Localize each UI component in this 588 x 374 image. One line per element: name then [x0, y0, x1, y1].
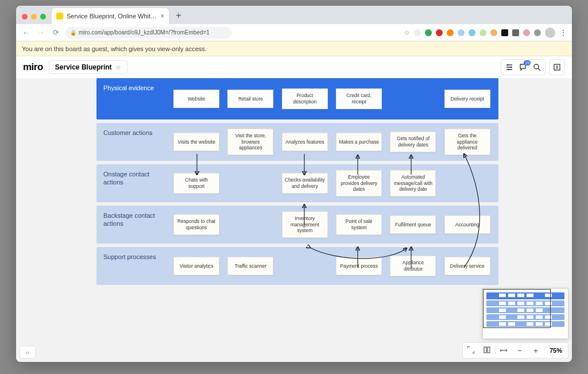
sticky-note[interactable]: Point of sale system: [336, 214, 382, 234]
card-slot: Automated message/call with delivery dat…: [388, 170, 438, 196]
row-cards: WebsiteRetail storeProduct descriptionCr…: [171, 78, 493, 119]
maximize-window-icon[interactable]: [40, 14, 46, 20]
url-input[interactable]: 🔒 miro.com/app/board/o9J_kzdIJ0M=/?fromE…: [65, 27, 232, 38]
card-slot: Credit card, receipt: [334, 88, 384, 109]
browser-tab-miro[interactable]: Service Blueprint, Online Whit… ×: [52, 8, 169, 24]
card-slot: Accounting: [442, 215, 493, 234]
sticky-note[interactable]: Accounting: [444, 215, 490, 234]
miro-appbar: miro Service Blueprint ☆ 19: [16, 56, 572, 78]
ext-icon[interactable]: [458, 29, 465, 36]
guest-banner-text: You are on this board as guest, which gi…: [22, 45, 207, 52]
browser-addressbar: ← → ⟳ 🔒 miro.com/app/board/o9J_kzdIJ0M=/…: [16, 24, 572, 41]
favorite-icon[interactable]: ☆: [115, 64, 121, 71]
ext-icon[interactable]: [501, 29, 508, 36]
row-label: Customer actions: [103, 129, 153, 137]
card-slot: Gets notified of delivery dates: [388, 132, 438, 152]
sticky-note[interactable]: Analyzes features: [282, 133, 328, 151]
sticky-note[interactable]: Delivery receipt: [444, 90, 490, 108]
card-slot: Chats with support: [171, 173, 222, 193]
sticky-note[interactable]: Responds to chat questions: [173, 214, 219, 234]
row-label: Support processes: [103, 253, 156, 261]
zoom-out-button[interactable]: −: [512, 346, 528, 355]
sticky-note[interactable]: Traffic scanner: [227, 257, 273, 275]
sticky-note[interactable]: Makes a purchase: [336, 133, 382, 151]
close-tab-icon[interactable]: ×: [160, 12, 164, 20]
zoom-toolbar: − + 75%: [462, 342, 568, 358]
board-title[interactable]: Service Blueprint ☆: [49, 60, 127, 74]
row-cards: Visits the websiteVisit the store, brows…: [171, 123, 493, 161]
card-slot: Makes a purchase: [334, 133, 384, 151]
ext-icon[interactable]: [425, 29, 432, 36]
row-onstage: Onstage contact actionsChats with suppor…: [96, 164, 498, 202]
miro-canvas[interactable]: Physical evidenceWebsiteRetail storeProd…: [16, 78, 572, 362]
collapse-dock-icon[interactable]: ››: [20, 346, 36, 358]
sticky-note[interactable]: Visits the website: [173, 133, 219, 151]
card-slot: Delivery service: [442, 257, 493, 275]
svg-point-0: [507, 64, 509, 66]
sticky-note[interactable]: Automated message/call with delivery dat…: [390, 170, 436, 196]
zoom-value[interactable]: 75%: [544, 347, 568, 354]
fullscreen-icon[interactable]: [463, 346, 479, 355]
ext-icon[interactable]: [512, 29, 519, 36]
bookmark-star-icon[interactable]: ☆: [404, 29, 410, 37]
new-tab-button[interactable]: +: [171, 10, 185, 24]
svg-line-4: [538, 68, 540, 71]
ext-icon[interactable]: [479, 29, 486, 36]
ext-icon[interactable]: [414, 29, 421, 36]
card-slot: Visitor analytics: [171, 257, 222, 275]
frames-icon[interactable]: [479, 346, 495, 355]
ext-icon[interactable]: [447, 29, 454, 36]
sticky-note[interactable]: Appliance ditributor: [390, 256, 436, 276]
comments-count-badge: 19: [524, 60, 531, 65]
close-window-icon[interactable]: [22, 14, 28, 20]
row-cards: Responds to chat questionsInventory mana…: [171, 206, 493, 244]
sticky-note[interactable]: Chats with support: [173, 173, 219, 193]
lock-icon: 🔒: [70, 30, 76, 36]
minimize-window-icon[interactable]: [31, 14, 37, 20]
nav-reload-icon[interactable]: ⟳: [51, 28, 61, 37]
sticky-note[interactable]: Visitor analytics: [173, 257, 219, 275]
export-group: [549, 59, 565, 75]
export-icon[interactable]: [552, 63, 562, 72]
nav-forward-icon[interactable]: →: [36, 28, 46, 37]
sticky-note[interactable]: Delivery service: [444, 257, 490, 275]
ext-icon[interactable]: [436, 29, 443, 36]
comments-icon[interactable]: 19: [519, 63, 528, 72]
zoom-in-button[interactable]: +: [528, 346, 544, 355]
sticky-note[interactable]: Fulfilment queue: [390, 215, 436, 234]
profile-avatar-icon[interactable]: [545, 28, 555, 38]
card-slot: Payment process: [334, 257, 384, 275]
sticky-note[interactable]: Inventory management system: [282, 211, 328, 238]
row-backstage: Backstage contact actionsResponds to cha…: [96, 206, 498, 244]
guest-banner: You are on this board as guest, which gi…: [16, 41, 572, 56]
row-cards: Visitor analyticsTraffic scannerPayment …: [171, 247, 493, 285]
sticky-note[interactable]: Credit card, receipt: [336, 88, 382, 109]
sticky-note[interactable]: Website: [173, 90, 219, 108]
nav-back-icon[interactable]: ←: [21, 28, 31, 37]
sticky-note[interactable]: Payment process: [336, 257, 382, 275]
sticky-note[interactable]: Retail store: [227, 90, 273, 108]
card-slot: Delivery receipt: [442, 90, 493, 108]
sticky-note[interactable]: Checks availability and delivery: [282, 173, 328, 193]
ext-icon[interactable]: [490, 29, 497, 36]
ext-icon[interactable]: [534, 29, 541, 36]
miro-logo[interactable]: miro: [23, 61, 43, 73]
sticky-note[interactable]: Product description: [282, 88, 328, 109]
browser-tabbar: Service Blueprint, Online Whit… × +: [16, 6, 572, 24]
settings-sliders-icon[interactable]: [505, 63, 514, 72]
sticky-note[interactable]: Gets notified of delivery dates: [390, 132, 436, 152]
row-label: Onstage contact actions: [103, 170, 161, 187]
minimap[interactable]: [482, 288, 568, 339]
sticky-note[interactable]: Employee provides delivery dates: [336, 170, 382, 196]
minimap-viewport[interactable]: [483, 289, 551, 328]
sticky-note[interactable]: Gets the appliance delivered: [444, 129, 490, 155]
ext-icon[interactable]: [523, 29, 530, 36]
card-slot: Gets the appliance delivered: [442, 129, 493, 155]
row-customer: Customer actionsVisits the websiteVisit …: [96, 123, 498, 161]
sticky-note[interactable]: Visit the store, browses appliances: [227, 129, 273, 155]
fit-icon[interactable]: [496, 346, 512, 355]
card-slot: Inventory management system: [280, 211, 330, 238]
search-icon[interactable]: [532, 63, 541, 72]
ext-icon[interactable]: [469, 29, 475, 36]
browser-menu-icon[interactable]: ⋮: [559, 29, 567, 37]
